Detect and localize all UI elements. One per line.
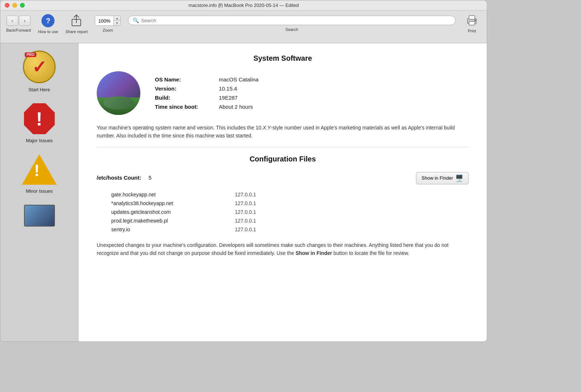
os-name-label: OS Name:	[155, 76, 213, 83]
svg-rect-4	[469, 21, 475, 25]
host-ip-1: 127.0.0.1	[235, 192, 256, 197]
back-button[interactable]: ‹	[7, 16, 18, 26]
sidebar-major-issues-label: Major Issues	[26, 138, 53, 143]
sidebar-item-minor-issues[interactable]: Minor Issues	[0, 154, 78, 194]
share-report-label: Share report	[65, 29, 88, 34]
maximize-button[interactable]	[20, 3, 25, 8]
table-row: updates.getcleanshot.com 127.0.0.1	[111, 208, 469, 216]
search-icon: 🔍	[133, 17, 139, 23]
host-domain-2: *analytics38.hockeyapp.net	[111, 200, 213, 206]
config-description: Unexpected changes to your machine's con…	[97, 241, 469, 257]
zoom-up-button[interactable]: ▲	[114, 16, 120, 21]
help-icon: ?	[41, 14, 55, 27]
toolbar-print[interactable]: Print	[463, 14, 481, 33]
host-domain-4: prod.legit.maketheweb.pl	[111, 218, 213, 224]
sidebar-start-here-label: Start Here	[28, 87, 50, 92]
os-icon	[97, 71, 140, 115]
host-domain-5: sentry.io	[111, 227, 213, 232]
show-in-finder-button[interactable]: Show in Finder 🖥️	[416, 172, 469, 184]
pro-badge: PRO	[25, 52, 36, 57]
zoom-stepper[interactable]: ▲ ▼	[113, 16, 120, 25]
forward-button[interactable]: ›	[19, 16, 31, 26]
hosts-table: gate.hockeyapp.net 127.0.0.1 *analytics3…	[111, 190, 469, 234]
system-info-grid: OS Name: macOS Catalina Version: 10.15.4…	[97, 71, 469, 115]
pro-check-icon: PRO	[23, 51, 56, 83]
sidebar-item-start-here[interactable]: PRO Start Here	[0, 51, 78, 92]
host-ip-2: 127.0.0.1	[235, 200, 256, 206]
print-label: Print	[468, 29, 476, 33]
sidebar: PRO Start Here ! Major Issues Minor Issu…	[0, 43, 79, 342]
version-value: 10.15.4	[219, 85, 237, 92]
screenshot-thumb-icon	[24, 205, 55, 227]
system-info-rows: OS Name: macOS Catalina Version: 10.15.4…	[155, 71, 259, 115]
time-since-boot-value: About 2 hours	[219, 104, 253, 110]
main-layout: PRO Start Here ! Major Issues Minor Issu…	[0, 43, 487, 342]
table-row: gate.hockeyapp.net 127.0.0.1	[111, 190, 469, 199]
traffic-lights[interactable]	[5, 3, 25, 8]
time-since-boot-label: Time since boot:	[155, 104, 213, 110]
host-ip-4: 127.0.0.1	[235, 218, 256, 224]
close-button[interactable]	[5, 3, 9, 8]
search-box[interactable]: 🔍	[128, 16, 456, 25]
sidebar-minor-issues-label: Minor Issues	[26, 188, 53, 194]
back-forward-label: Back/Forward	[6, 28, 31, 32]
finder-icon: 🖥️	[455, 174, 463, 182]
table-row: sentry.io 127.0.0.1	[111, 225, 469, 234]
etc-hosts-label: /etc/hosts Count:	[97, 175, 141, 181]
os-name-row: OS Name: macOS Catalina	[155, 76, 259, 83]
show-in-finder-label: Show in Finder	[421, 175, 453, 181]
build-value: 19E287	[219, 95, 238, 101]
toolbar-how-to-use[interactable]: ? How to use	[38, 14, 58, 34]
search-input[interactable]	[141, 18, 451, 23]
warning-icon	[22, 154, 57, 185]
system-software-title: System Software	[97, 54, 469, 63]
toolbar-zoom[interactable]: 100% ▲ ▼ Zoom	[95, 14, 121, 32]
version-label: Version:	[155, 85, 213, 92]
svg-point-5	[474, 20, 476, 21]
host-ip-3: 127.0.0.1	[235, 209, 256, 215]
content-area: System Software OS Name: macOS Catalina …	[79, 43, 487, 342]
svg-rect-3	[469, 16, 475, 19]
share-icon	[71, 14, 82, 27]
sidebar-item-major-issues[interactable]: ! Major Issues	[0, 103, 78, 143]
config-files-title: Configuration Files	[97, 155, 469, 163]
toolbar-share-report[interactable]: Share report	[65, 14, 88, 34]
zoom-label: Zoom	[103, 28, 113, 32]
window-title: macstore.info 的 MacBook Pro 2020-05-14 —…	[188, 2, 298, 9]
how-to-use-label: How to use	[38, 29, 58, 34]
time-since-boot-row: Time since boot: About 2 hours	[155, 104, 259, 110]
config-hosts-row: /etc/hosts Count: 5 Show in Finder 🖥️	[97, 172, 469, 184]
toolbar-back-forward[interactable]: ‹ › Back/Forward	[6, 14, 31, 32]
stop-icon: !	[24, 103, 55, 134]
title-bar: macstore.info 的 MacBook Pro 2020-05-14 —…	[0, 0, 487, 11]
host-ip-5: 127.0.0.1	[235, 227, 256, 232]
zoom-down-button[interactable]: ▼	[114, 21, 120, 25]
section-divider	[97, 147, 469, 148]
sidebar-item-screenshots[interactable]	[0, 205, 78, 227]
table-row: prod.legit.maketheweb.pl 127.0.0.1	[111, 216, 469, 225]
etc-hosts-count: 5	[149, 175, 156, 181]
toolbar: ‹ › Back/Forward ? How to use Share repo…	[0, 11, 487, 43]
printer-icon	[466, 14, 478, 27]
build-label: Build:	[155, 95, 213, 101]
search-label: Search	[285, 27, 298, 32]
table-row: *analytics38.hockeyapp.net 127.0.0.1	[111, 199, 469, 208]
build-row: Build: 19E287	[155, 95, 259, 101]
toolbar-search: 🔍 Search	[128, 14, 456, 32]
host-domain-3: updates.getcleanshot.com	[111, 209, 213, 215]
zoom-value: 100%	[95, 18, 113, 24]
os-name-value: macOS Catalina	[219, 76, 259, 83]
version-row: Version: 10.15.4	[155, 85, 259, 92]
system-software-description: Your machine's operating system name and…	[97, 124, 469, 140]
minimize-button[interactable]	[12, 3, 17, 8]
host-domain-1: gate.hockeyapp.net	[111, 192, 213, 197]
